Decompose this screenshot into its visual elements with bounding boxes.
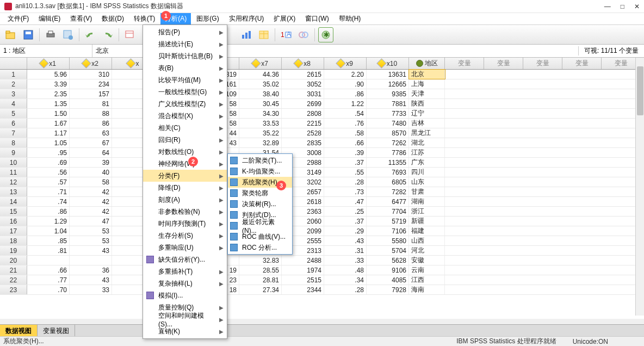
region-cell[interactable]: 安徽 [409, 256, 445, 265]
data-cell[interactable]: 7106 [367, 226, 409, 236]
vertical-scrollbar[interactable] [635, 58, 644, 316]
data-cell[interactable]: .90 [324, 79, 367, 89]
menu-item-Y[interactable]: 缺失值分析(Y)... [143, 254, 227, 265]
menu-item[interactable]: 实用程序(U) [225, 13, 269, 24]
row-header[interactable]: 4 [0, 99, 27, 108]
menu-item-B[interactable]: 表(B)▶ [143, 62, 227, 74]
row-header[interactable]: 22 [0, 275, 27, 285]
data-cell[interactable]: 5704 [367, 246, 409, 255]
use-sets-button[interactable] [296, 27, 311, 42]
data-cell[interactable]: 1.67 [27, 119, 70, 128]
column-header-empty[interactable]: 变量 [445, 58, 484, 69]
menu-item[interactable]: 编辑(E) [34, 13, 65, 24]
data-cell[interactable]: 7928 [367, 285, 409, 294]
data-cell[interactable]: 1.17 [27, 128, 70, 138]
data-view-tab[interactable]: 数据视图 [0, 325, 38, 336]
data-cell[interactable]: 1.50 [27, 109, 70, 118]
menu-item-D[interactable]: 降维(D)▶ [143, 182, 227, 194]
region-cell[interactable]: 甘肃 [409, 187, 445, 196]
data-cell[interactable]: 47 [70, 217, 112, 226]
data-cell[interactable]: .58 [324, 128, 367, 138]
column-header[interactable]: x7 [239, 58, 282, 69]
region-cell[interactable]: 陕西 [409, 99, 445, 108]
menu-item-O[interactable]: 对数线性(O)▶ [143, 146, 227, 158]
data-cell[interactable]: .66 [27, 265, 70, 275]
menu-item-P[interactable]: 报告(P)▶ [143, 26, 227, 38]
data-cell[interactable]: .54 [324, 109, 367, 118]
data-cell[interactable]: 7282 [367, 187, 409, 196]
data-cell[interactable]: 42 [70, 187, 112, 196]
data-cell[interactable]: .28 [324, 285, 367, 294]
row-header[interactable]: 3 [0, 89, 27, 98]
row-header[interactable]: 18 [0, 236, 27, 245]
region-cell[interactable]: 山东 [409, 177, 445, 187]
menu-item-I[interactable]: 模拟(I)... [143, 289, 227, 301]
data-cell[interactable]: .37 [324, 217, 367, 226]
data-cell[interactable]: .28 [324, 177, 367, 187]
row-header[interactable]: 19 [0, 246, 27, 255]
region-cell[interactable]: 海南 [409, 285, 445, 294]
data-cell[interactable]: 43 [70, 275, 112, 285]
print-button[interactable] [43, 27, 58, 42]
data-cell[interactable]: 3031 [282, 89, 324, 98]
submenu-item[interactable]: K-均值聚类... [228, 166, 292, 177]
data-cell[interactable]: 7480 [367, 119, 409, 128]
region-cell[interactable]: 新疆 [409, 217, 445, 226]
data-cell[interactable]: .29 [324, 226, 367, 236]
column-header[interactable]: x1 [27, 58, 70, 69]
data-cell[interactable]: 5628 [367, 256, 409, 265]
data-cell[interactable]: 28.55 [239, 265, 282, 275]
region-cell[interactable]: 江苏 [409, 148, 445, 157]
region-cell[interactable]: 上海 [409, 79, 445, 89]
data-cell[interactable]: 36 [70, 265, 112, 275]
menu-item-N[interactable]: 非参数检验(N)▶ [143, 206, 227, 218]
data-cell[interactable]: .77 [27, 275, 70, 285]
undo-button[interactable] [83, 27, 98, 42]
data-cell[interactable]: 5580 [367, 236, 409, 245]
region-cell[interactable]: 辽宁 [409, 109, 445, 118]
column-header[interactable]: x9 [324, 58, 367, 69]
data-cell[interactable]: .33 [324, 256, 367, 265]
data-cell[interactable]: 2215 [282, 119, 324, 128]
row-header[interactable]: 6 [0, 119, 27, 128]
data-cell[interactable]: .95 [27, 148, 70, 157]
data-cell[interactable]: 9385 [367, 89, 409, 98]
data-cell[interactable]: 7262 [367, 138, 409, 147]
close-button[interactable]: ✕ [634, 3, 640, 10]
row-header[interactable]: 15 [0, 207, 27, 216]
chart-button[interactable] [239, 27, 254, 42]
save-button[interactable] [21, 27, 36, 42]
data-cell[interactable]: 81 [70, 99, 112, 108]
data-cell[interactable]: 67 [70, 138, 112, 147]
menu-item-R[interactable]: 回归(R)▶ [143, 134, 227, 146]
row-header[interactable]: 13 [0, 187, 27, 196]
data-cell[interactable]: 157 [70, 89, 112, 98]
data-cell[interactable]: 86 [70, 119, 112, 128]
data-cell[interactable]: 33.53 [239, 119, 282, 128]
data-cell[interactable]: 53 [70, 236, 112, 245]
data-cell[interactable]: 7704 [367, 207, 409, 216]
menu-item-L[interactable]: 复杂抽样(L)▶ [143, 277, 227, 289]
data-cell[interactable]: .74 [27, 197, 70, 206]
menu-item-G[interactable]: 一般线性模型(G)▶ [143, 86, 227, 98]
data-cell[interactable]: .57 [27, 177, 70, 187]
row-header[interactable]: 11 [0, 168, 27, 177]
recall-dialog-button[interactable] [60, 27, 76, 42]
data-cell[interactable]: .31 [324, 246, 367, 255]
region-cell[interactable]: 江西 [409, 275, 445, 285]
row-header[interactable]: 14 [0, 197, 27, 206]
data-cell[interactable]: .85 [27, 236, 70, 245]
menu-item[interactable]: 扩展(X) [269, 13, 300, 24]
data-cell[interactable]: .37 [324, 158, 367, 167]
data-cell[interactable] [70, 256, 112, 265]
data-cell[interactable]: 2488 [282, 256, 324, 265]
data-cell[interactable]: 63 [70, 128, 112, 138]
data-cell[interactable]: 8570 [367, 128, 409, 138]
data-cell[interactable]: 35.22 [239, 128, 282, 138]
menu-item[interactable]: 数据(D) [97, 13, 128, 24]
data-cell[interactable]: 5.96 [27, 70, 70, 79]
variables-button[interactable] [256, 27, 271, 42]
data-cell[interactable]: .43 [324, 236, 367, 245]
data-cell[interactable]: .81 [27, 246, 70, 255]
data-cell[interactable]: 7786 [367, 148, 409, 157]
